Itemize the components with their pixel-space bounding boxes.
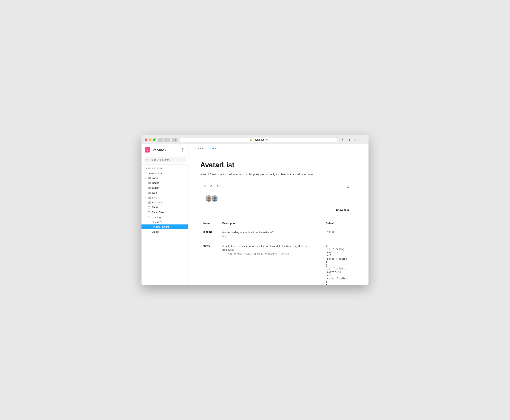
zoom-in-button[interactable]: ⊕ [203,184,208,188]
grid-icon [148,191,151,194]
sidebar-item-button[interactable]: ▶ Button [141,185,188,190]
grid-icon [148,177,151,180]
sidebar-item-link[interactable]: ▶ Link [141,195,188,200]
chevron-right-icon: ▶ [145,182,147,184]
col-description: Description [219,219,323,227]
props-table: Name Description Default loading Are we … [200,219,353,285]
chevron-right-icon: ▶ [145,177,147,179]
preview-body [201,190,353,207]
new-tab-button[interactable]: + [361,137,365,142]
back-button[interactable]: ‹ [158,138,163,142]
search-bar: 🔍 [141,156,188,165]
chevron-right-icon: ▶ [145,192,147,194]
app-layout: S Storybook 🔍 Design System [141,144,369,285]
tab-docs[interactable]: Docs [207,144,220,153]
sidebar-item-label: Icon [152,191,157,194]
sidebar-item-label: Badge [152,181,160,184]
avatar-face [211,195,218,202]
sidebar-item-label: Short [152,206,158,209]
sidebar-item-badge[interactable]: ▶ Badge [141,180,188,185]
sidebar-item-smallsize[interactable]: Small Size [141,210,188,215]
menu-dot [182,149,183,150]
show-code-button[interactable]: Show code [336,209,349,211]
svg-point-2 [208,197,210,199]
zoom-out-button[interactable]: ⊖ [209,184,214,188]
sidebar-item-label: Ellipsized [152,221,162,224]
prop-type: bool [222,235,320,238]
search-input[interactable] [150,158,184,161]
sidebar-item-label: AvatarList [152,201,163,204]
traffic-lights [145,138,155,141]
col-default: Default [323,219,353,227]
grid-icon [148,187,151,189]
show-code-row: Show code [201,207,353,213]
docs-title: AvatarList [200,161,353,169]
avatar-list [205,195,218,202]
sidebar-item-label: Avatar [152,177,159,180]
prop-default: "false" [326,231,336,233]
nav-tree: Design System Introduction ▶ Avatar [141,165,188,285]
sidebar-item-label: Loading [152,216,161,219]
minimize-button[interactable] [149,138,151,141]
chevron-down-icon: ▾ [145,201,147,203]
forward-button[interactable]: › [164,138,170,142]
sidebar-item-bigusercount[interactable]: Big User Count [141,225,188,229]
sidebar-header: S Storybook [141,144,188,156]
menu-dot [182,148,183,149]
sidebar-menu-button[interactable] [180,147,185,152]
tabs-button[interactable]: ⧉ [354,137,359,142]
sidebar-item-label: Link [152,196,157,199]
sidebar-item-avatarlist[interactable]: ▾ AvatarList [141,200,188,205]
prop-name: users [203,244,210,247]
browser-window: ‹ › ⊟ 🔒 localhost ↻ ⬇ ⬆ ⧉ + [141,135,369,285]
sidebar-item-avatar[interactable]: ▶ Avatar [141,176,188,180]
main-content: AvatarList A list of Avatars, ellipsized… [188,153,369,285]
search-input-wrap[interactable]: 🔍 [144,158,186,163]
preview-toolbar: ⊕ ⊖ ⊙ [201,182,353,190]
story-icon [148,226,150,228]
zoom-reset-button[interactable]: ⊙ [215,184,220,188]
share-button[interactable]: ⬆ [347,137,352,142]
reload-button[interactable]: ↻ [266,138,268,141]
sidebar-item-label: Button [152,186,160,189]
sidebar-item-introduction[interactable]: Introduction [141,171,188,176]
url-text: localhost [254,138,264,141]
search-icon: 🔍 [146,158,149,161]
tab-canvas[interactable]: Canvas [192,144,207,153]
sidebar-item-label: Empty [152,230,159,233]
download-button[interactable]: ⬇ [340,137,345,142]
share-icon[interactable] [346,184,350,188]
avatar [211,195,218,202]
grid-icon [148,196,151,199]
address-bar[interactable]: 🔒 localhost ↻ [180,137,337,142]
col-name: Name [200,219,219,227]
sidebar-item-ellipsized[interactable]: Ellipsized [141,220,188,225]
svg-point-5 [214,197,216,199]
docs-description: A list of Avatars, ellipsized to at most… [200,172,353,177]
preview-box: ⊕ ⊖ ⊙ [200,182,353,213]
sidebar-item-label: Introduction [148,172,162,175]
close-button[interactable] [145,138,147,141]
sidebar-item-empty[interactable]: Empty [141,229,188,234]
chevron-right-icon: ▶ [145,187,147,189]
sidebar-item-label: Big User Count [152,225,169,228]
main-area: Canvas Docs AvatarList A list of Avatars… [188,144,369,285]
grid-icon [148,201,151,204]
sidebar-toggle-button[interactable]: ⊟ [172,138,178,142]
grid-icon [148,182,151,184]
section-label: Design System [141,167,188,171]
menu-dot [182,151,183,151]
sidebar-logo: S Storybook [145,147,166,152]
sidebar-item-short[interactable]: Short [141,205,188,210]
story-icon [148,216,150,219]
logo-letter: S [146,148,148,151]
sidebar: S Storybook 🔍 Design System [141,144,188,285]
sidebar-item-loading[interactable]: Loading [141,215,188,220]
sidebar-item-icon[interactable]: ▶ Icon [141,190,188,195]
logo-icon: S [145,147,150,152]
prop-description: Are we loading avatar data from the netw… [222,230,320,234]
story-icon [145,172,147,175]
browser-chrome: ‹ › ⊟ 🔒 localhost ↻ ⬇ ⬆ ⧉ + [141,135,369,144]
maximize-button[interactable] [153,138,155,141]
story-icon [148,206,150,209]
